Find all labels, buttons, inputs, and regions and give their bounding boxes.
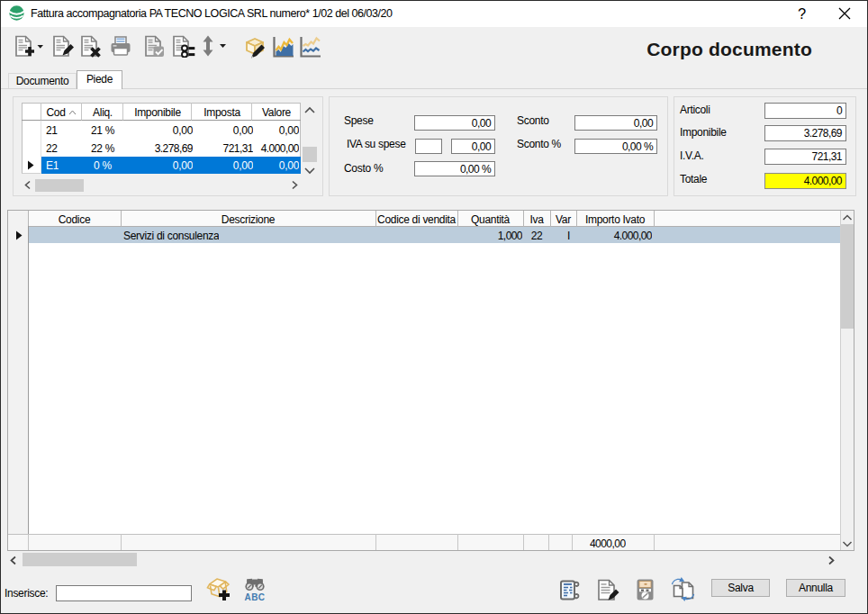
- svg-text:ABC: ABC: [244, 592, 265, 602]
